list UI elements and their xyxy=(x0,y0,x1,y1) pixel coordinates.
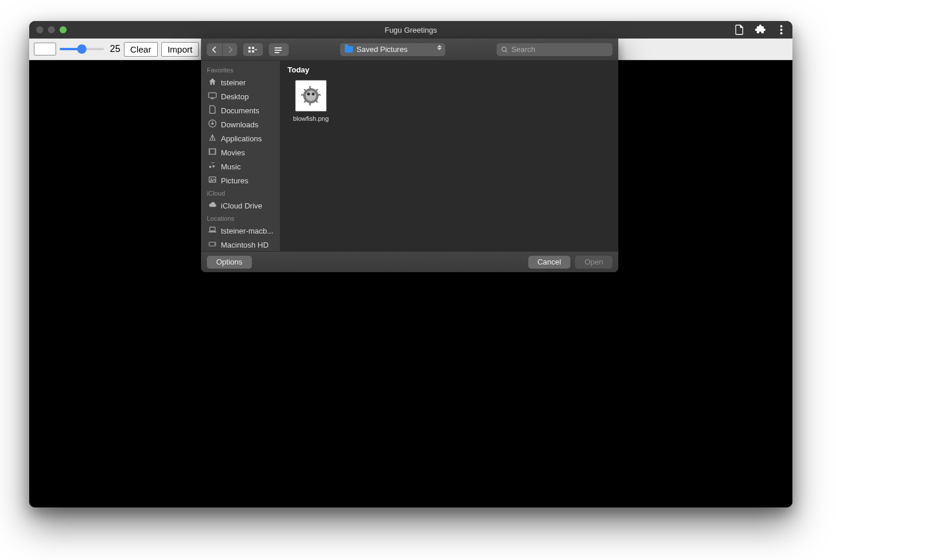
options-button[interactable]: Options xyxy=(207,256,252,269)
doc-icon xyxy=(208,105,217,116)
sidebar-item-icloud-drive[interactable]: iCloud Drive xyxy=(201,199,280,213)
home-icon xyxy=(208,77,217,88)
window-fullscreen-button[interactable] xyxy=(60,26,67,33)
nav-back-button[interactable] xyxy=(207,43,222,56)
desktop-icon xyxy=(208,91,217,102)
file-name: blowfish.png xyxy=(288,115,334,122)
view-mode-button[interactable] xyxy=(243,43,263,56)
path-label: Saved Pictures xyxy=(356,45,407,54)
sidebar-item-music[interactable]: Music xyxy=(201,159,280,173)
file-picker-dialog: Saved Pictures FavoriteststeinerDesktopD… xyxy=(201,39,618,272)
movie-icon xyxy=(208,147,217,158)
sidebar-item-macintosh-hd[interactable]: Macintosh HD xyxy=(201,238,280,251)
laptop-icon xyxy=(208,225,217,236)
group-by-button[interactable] xyxy=(269,43,289,56)
sidebar-item-label: Macintosh HD xyxy=(221,241,269,249)
import-button[interactable]: Import xyxy=(161,42,199,57)
svg-rect-12 xyxy=(209,93,216,98)
svg-point-27 xyxy=(312,93,315,96)
folder-icon xyxy=(345,46,353,53)
svg-rect-8 xyxy=(275,50,282,51)
file-item[interactable]: blowfish.png xyxy=(288,80,334,122)
document-icon[interactable] xyxy=(734,25,744,35)
svg-rect-7 xyxy=(275,47,282,48)
file-list: blowfish.png xyxy=(288,80,611,122)
cloud-icon xyxy=(208,200,217,211)
path-dropdown[interactable]: Saved Pictures xyxy=(340,43,445,56)
music-icon xyxy=(208,161,217,172)
svg-rect-5 xyxy=(248,50,251,53)
svg-point-19 xyxy=(210,178,212,179)
sidebar-item-label: tsteiner xyxy=(221,78,246,87)
svg-rect-3 xyxy=(248,47,251,49)
sidebar-item-desktop[interactable]: Desktop xyxy=(201,89,280,103)
svg-point-23 xyxy=(214,244,215,245)
search-field[interactable] xyxy=(497,43,612,56)
sidebar-item-tsteiner[interactable]: tsteiner xyxy=(201,75,280,89)
sidebar-item-pictures[interactable]: Pictures xyxy=(201,173,280,187)
file-picker-toolbar: Saved Pictures xyxy=(201,39,618,61)
titlebar: Fugu Greetings xyxy=(29,21,792,39)
svg-rect-21 xyxy=(209,231,216,232)
clear-button[interactable]: Clear xyxy=(124,42,158,57)
svg-rect-9 xyxy=(275,52,279,53)
svg-rect-6 xyxy=(252,50,254,53)
sidebar-item-applications[interactable]: Applications xyxy=(201,131,280,145)
svg-point-0 xyxy=(780,25,782,27)
svg-point-25 xyxy=(306,91,316,101)
open-button[interactable]: Open xyxy=(575,256,612,269)
disk-icon xyxy=(208,239,217,250)
download-icon xyxy=(208,119,217,130)
sidebar-group-label: Locations xyxy=(201,213,280,224)
chevron-updown-icon xyxy=(437,45,442,50)
search-icon xyxy=(501,46,508,53)
svg-point-26 xyxy=(307,93,310,96)
sidebar-item-movies[interactable]: Movies xyxy=(201,145,280,159)
svg-point-10 xyxy=(502,47,506,51)
nav-forward-button[interactable] xyxy=(222,43,237,56)
file-picker-sidebar[interactable]: FavoriteststeinerDesktopDocumentsDownloa… xyxy=(201,61,280,251)
svg-rect-4 xyxy=(252,47,254,49)
pictures-icon xyxy=(208,175,217,186)
svg-rect-13 xyxy=(211,98,214,99)
sidebar-item-label: Music xyxy=(221,162,241,171)
cancel-button[interactable]: Cancel xyxy=(528,256,570,269)
svg-line-11 xyxy=(505,50,507,52)
sidebar-item-label: tsteiner-macb... xyxy=(221,227,273,235)
view-mode-group xyxy=(243,43,263,56)
sidebar-item-label: Documents xyxy=(221,106,259,115)
window-close-button[interactable] xyxy=(36,26,43,33)
extensions-icon[interactable] xyxy=(755,25,766,35)
traffic-lights xyxy=(36,26,67,33)
path-picker: Saved Pictures xyxy=(340,43,445,56)
svg-point-2 xyxy=(780,32,782,34)
file-thumbnail xyxy=(295,80,327,112)
sidebar-item-label: Pictures xyxy=(221,176,248,185)
svg-rect-20 xyxy=(210,227,215,231)
file-picker-footer: Options Cancel Open xyxy=(201,251,618,272)
nav-back-forward xyxy=(207,43,237,56)
brush-size-slider[interactable] xyxy=(60,44,104,54)
apps-icon xyxy=(208,133,217,144)
sidebar-item-label: Desktop xyxy=(221,92,249,101)
titlebar-right xyxy=(734,25,787,35)
svg-rect-16 xyxy=(209,149,210,154)
sidebar-item-label: Downloads xyxy=(221,120,258,129)
search-input[interactable] xyxy=(511,45,608,54)
sidebar-item-label: Applications xyxy=(221,134,262,143)
svg-rect-17 xyxy=(214,149,216,154)
more-icon[interactable] xyxy=(776,25,787,35)
color-swatch[interactable] xyxy=(34,43,56,55)
sidebar-item-label: iCloud Drive xyxy=(221,201,262,210)
sidebar-item-documents[interactable]: Documents xyxy=(201,103,280,117)
file-picker-body: FavoriteststeinerDesktopDocumentsDownloa… xyxy=(201,61,618,251)
sidebar-item-downloads[interactable]: Downloads xyxy=(201,117,280,131)
svg-point-1 xyxy=(780,29,782,31)
file-pane[interactable]: Today blowfish.png xyxy=(280,61,618,251)
sidebar-group-label: Favorites xyxy=(201,64,280,75)
sidebar-item-label: Movies xyxy=(221,148,245,157)
sidebar-group-label: iCloud xyxy=(201,187,280,199)
window-minimize-button[interactable] xyxy=(48,26,55,33)
window-title: Fugu Greetings xyxy=(29,26,792,34)
sidebar-item-tsteiner-macb-[interactable]: tsteiner-macb... xyxy=(201,224,280,238)
